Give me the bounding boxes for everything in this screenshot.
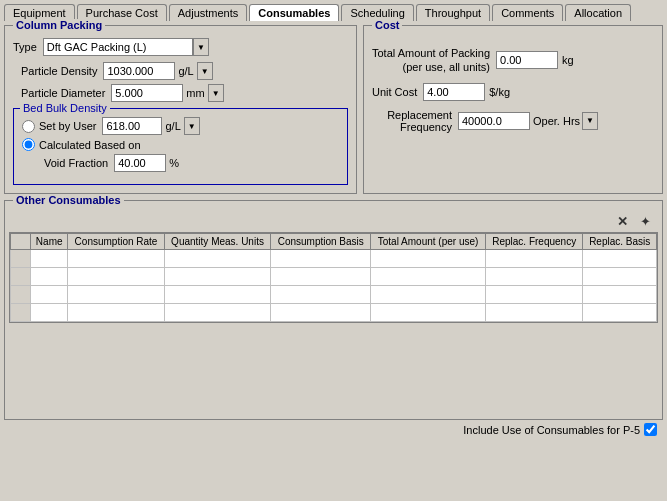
footer-text: Include Use of Consumables for P-5: [463, 424, 640, 436]
replacement-freq-input[interactable]: [458, 112, 530, 130]
col-header-total-amount: Total Amount (per use): [371, 234, 486, 250]
type-dropdown-btn[interactable]: ▼: [193, 38, 209, 56]
particle-diameter-dropdown-btn[interactable]: ▼: [208, 84, 224, 102]
void-fraction-label: Void Fraction: [44, 157, 108, 169]
unit-cost-label: Unit Cost: [372, 86, 417, 98]
particle-density-dropdown-btn[interactable]: ▼: [197, 62, 213, 80]
tab-adjustments[interactable]: Adjustments: [169, 4, 248, 21]
table-container: Name Consumption Rate Quantity Meas. Uni…: [9, 232, 658, 323]
replacement-freq-unit-label: Oper. Hrs: [533, 115, 580, 127]
col-header-consumption-basis: Consumption Basis: [271, 234, 371, 250]
replacement-freq-row: Replacement Frequency Oper. Hrs ▼: [372, 109, 654, 133]
empty-row-4: [11, 304, 657, 322]
other-consumables-panel: Other Consumables ✕ ✦ Name Consumption R…: [4, 200, 663, 420]
consumables-table: Name Consumption Rate Quantity Meas. Uni…: [10, 233, 657, 322]
particle-diameter-row: Particle Diameter mm ▼: [21, 84, 348, 102]
cost-title: Cost: [372, 19, 402, 31]
tab-comments[interactable]: Comments: [492, 4, 563, 21]
row-name-3: [31, 286, 68, 304]
row-total-3: [371, 286, 486, 304]
row-num-4: [11, 304, 31, 322]
row-qty-1: [164, 250, 271, 268]
top-row: Column Packing Type ▼ Particle Density g…: [4, 25, 663, 194]
type-input[interactable]: [43, 38, 193, 56]
set-by-user-radio[interactable]: [22, 120, 35, 133]
row-cons-basis-3: [271, 286, 371, 304]
tab-bar: Equipment Purchase Cost Adjustments Cons…: [0, 0, 667, 21]
row-cons-rate-4: [68, 304, 164, 322]
replacement-freq-label: Replacement Frequency: [372, 109, 452, 133]
row-cons-rate-1: [68, 250, 164, 268]
replacement-freq-dropdown-btn[interactable]: ▼: [582, 112, 598, 130]
row-cons-rate-3: [68, 286, 164, 304]
empty-row-3: [11, 286, 657, 304]
tab-allocation[interactable]: Allocation: [565, 4, 631, 21]
set-by-user-dropdown-btn[interactable]: ▼: [184, 117, 200, 135]
total-label-line1: Total Amount of Packing: [372, 46, 490, 60]
total-unit: kg: [562, 54, 574, 66]
row-cons-rate-2: [68, 268, 164, 286]
footer: Include Use of Consumables for P-5: [4, 420, 663, 439]
row-cons-basis-2: [271, 268, 371, 286]
row-cons-basis-4: [271, 304, 371, 322]
col-header-quantity: Quantity Meas. Units: [164, 234, 271, 250]
row-total-1: [371, 250, 486, 268]
type-row: Type ▼: [13, 38, 348, 56]
void-fraction-input[interactable]: [114, 154, 166, 172]
row-name-4: [31, 304, 68, 322]
particle-density-row: Particle Density g/L ▼: [21, 62, 348, 80]
row-basis-2: [583, 268, 657, 286]
main-content: Column Packing Type ▼ Particle Density g…: [0, 21, 667, 496]
other-consumables-title: Other Consumables: [13, 194, 124, 206]
delete-row-btn[interactable]: ✕: [614, 213, 631, 230]
row-num-2: [11, 268, 31, 286]
col-header-num: [11, 234, 31, 250]
total-amount-row: Total Amount of Packing (per use, all un…: [372, 46, 654, 75]
tab-consumables[interactable]: Consumables: [249, 4, 339, 21]
tab-throughput[interactable]: Throughput: [416, 4, 490, 21]
row-qty-2: [164, 268, 271, 286]
particle-density-unit: g/L: [178, 65, 193, 77]
unit-cost-unit: $/kg: [489, 86, 510, 98]
empty-row-2: [11, 268, 657, 286]
row-num-3: [11, 286, 31, 304]
particle-diameter-label: Particle Diameter: [21, 87, 105, 99]
col-header-replac-basis: Replac. Basis: [583, 234, 657, 250]
particle-density-input[interactable]: [103, 62, 175, 80]
set-by-user-row: Set by User g/L ▼: [22, 117, 339, 135]
column-packing-title: Column Packing: [13, 19, 105, 31]
row-basis-3: [583, 286, 657, 304]
row-name-1: [31, 250, 68, 268]
row-num-1: [11, 250, 31, 268]
total-label-line2: (per use, all units): [372, 60, 490, 74]
calculated-row: Calculated Based on: [22, 138, 339, 151]
particle-diameter-input[interactable]: [111, 84, 183, 102]
void-fraction-unit: %: [169, 157, 179, 169]
void-fraction-row: Void Fraction %: [44, 154, 339, 172]
unit-cost-row: Unit Cost $/kg: [372, 83, 654, 101]
row-basis-4: [583, 304, 657, 322]
set-by-user-input[interactable]: [102, 117, 162, 135]
row-qty-3: [164, 286, 271, 304]
calculated-radio[interactable]: [22, 138, 35, 151]
type-label: Type: [13, 41, 37, 53]
bed-bulk-title: Bed Bulk Density: [20, 102, 110, 114]
row-freq-1: [486, 250, 583, 268]
bed-bulk-panel: Bed Bulk Density Set by User g/L ▼ Calcu…: [13, 108, 348, 185]
add-row-btn[interactable]: ✦: [637, 213, 654, 230]
row-total-4: [371, 304, 486, 322]
total-amount-input[interactable]: [496, 51, 558, 69]
row-qty-4: [164, 304, 271, 322]
include-consumables-checkbox[interactable]: [644, 423, 657, 436]
col-header-replac-freq: Replac. Frequency: [486, 234, 583, 250]
table-toolbar: ✕ ✦: [9, 211, 658, 232]
row-freq-3: [486, 286, 583, 304]
column-packing-panel: Column Packing Type ▼ Particle Density g…: [4, 25, 357, 194]
row-name-2: [31, 268, 68, 286]
set-by-user-label: Set by User: [39, 120, 96, 132]
row-cons-basis-1: [271, 250, 371, 268]
unit-cost-input[interactable]: [423, 83, 485, 101]
row-freq-2: [486, 268, 583, 286]
empty-row-1: [11, 250, 657, 268]
row-total-2: [371, 268, 486, 286]
